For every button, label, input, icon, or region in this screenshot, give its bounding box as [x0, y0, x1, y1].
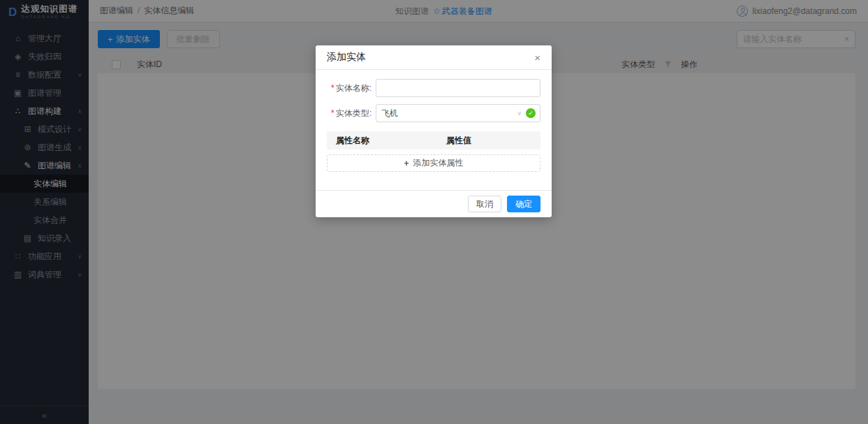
- entity-type-row: *实体类型: 飞机 ∨ ✓: [327, 104, 540, 122]
- entity-name-label: *实体名称:: [327, 82, 376, 94]
- add-entity-attribute-button[interactable]: + 添加实体属性: [327, 154, 540, 172]
- entity-type-label: *实体类型:: [327, 108, 376, 119]
- add-attribute-label: 添加实体属性: [413, 157, 464, 169]
- entity-name-row: *实体名称:: [327, 79, 540, 97]
- cancel-button[interactable]: 取消: [468, 196, 501, 212]
- modal-title: 添加实体: [327, 51, 366, 64]
- chevron-down-icon: ∨: [517, 110, 522, 117]
- column-header-attr-value: 属性值: [446, 135, 471, 147]
- app-window: D 达观知识图谱 DATAGRAND KG ⌂ 管理大厅 ◈ 失效归因 ≡ 数据…: [0, 0, 868, 424]
- column-header-attr-name: 属性名称: [336, 135, 446, 147]
- entity-name-input[interactable]: [376, 79, 540, 97]
- valid-check-icon: ✓: [526, 108, 536, 118]
- entity-type-select[interactable]: 飞机 ∨ ✓: [376, 104, 540, 122]
- attribute-table-header: 属性名称 属性值: [327, 131, 540, 149]
- required-mark: *: [331, 108, 334, 118]
- close-icon[interactable]: ×: [534, 52, 540, 63]
- required-mark: *: [331, 83, 334, 93]
- confirm-button[interactable]: 确定: [507, 196, 540, 212]
- plus-icon: +: [404, 159, 409, 168]
- modal-body: *实体名称: *实体类型: 飞机 ∨ ✓ 属性名称 属性值 + 添加实体属性: [316, 70, 552, 190]
- modal-header: 添加实体 ×: [316, 45, 552, 70]
- modal-footer: 取消 确定: [316, 190, 552, 217]
- entity-type-value: 飞机: [381, 108, 398, 119]
- add-entity-modal: 添加实体 × *实体名称: *实体类型: 飞机 ∨ ✓ 属性名称 属性值 +: [316, 45, 552, 217]
